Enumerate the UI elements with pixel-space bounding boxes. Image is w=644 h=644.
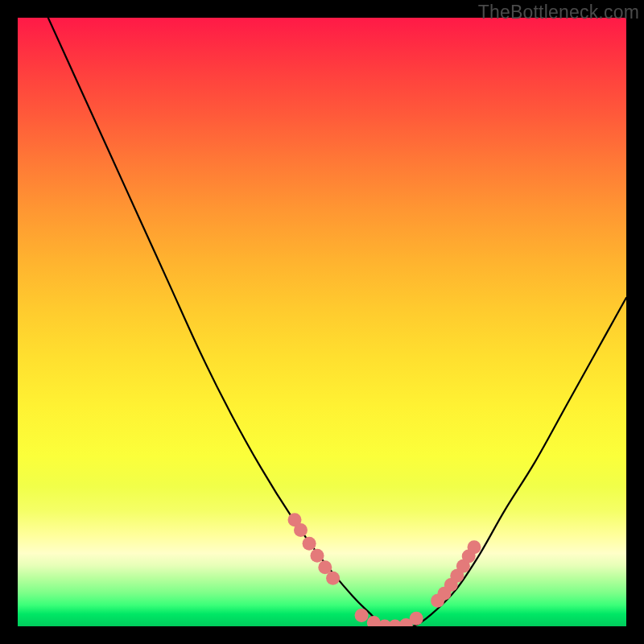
highlight-dot <box>288 513 302 526</box>
highlight-dot <box>399 618 413 626</box>
highlight-dot <box>367 616 381 626</box>
curve-svg <box>18 18 626 626</box>
curve-line <box>48 18 626 626</box>
plot-area <box>18 18 626 626</box>
highlight-dot <box>318 560 332 574</box>
highlight-dot <box>326 572 340 585</box>
highlight-dot <box>468 540 481 554</box>
highlight-dot <box>388 620 402 627</box>
highlight-dot <box>378 620 391 627</box>
highlight-dot <box>355 609 369 622</box>
highlight-dot <box>303 537 316 551</box>
highlight-dot <box>438 587 452 601</box>
highlight-dot <box>294 523 308 537</box>
highlight-dot <box>444 578 458 592</box>
highlight-dot <box>311 549 324 563</box>
highlight-dot <box>462 550 476 564</box>
highlight-dot <box>456 559 470 573</box>
highlight-dot <box>431 594 444 608</box>
chart-frame: TheBottleneck.com <box>0 0 644 644</box>
highlight-dot <box>450 569 464 583</box>
highlight-markers <box>288 513 481 626</box>
highlight-dot <box>410 612 423 625</box>
